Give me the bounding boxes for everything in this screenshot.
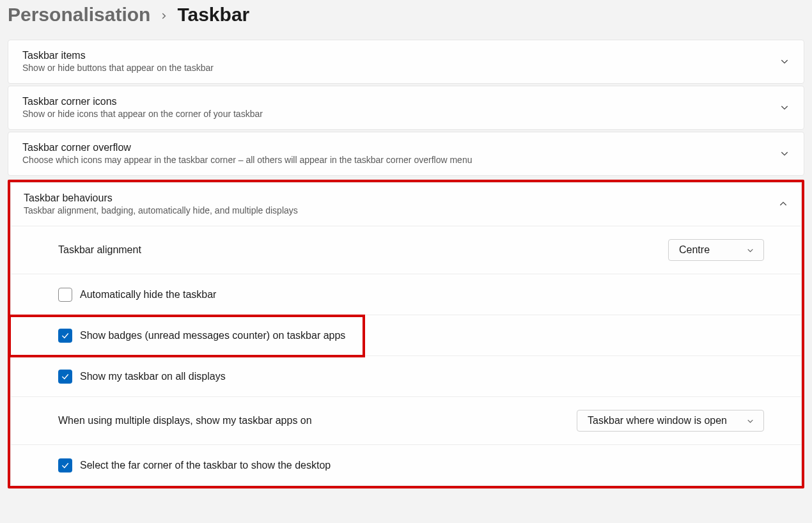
option-label: When using multiple displays, show my ta… — [58, 415, 312, 426]
select-value: Centre — [679, 244, 710, 256]
option-show-badges: Show badges (unread messages counter) on… — [11, 315, 801, 355]
section-title: Taskbar behaviours — [24, 192, 298, 204]
check-icon — [61, 461, 70, 470]
section-taskbar-corner-overflow[interactable]: Taskbar corner overflow Choose which ico… — [8, 132, 804, 176]
option-taskbar-alignment: Taskbar alignment Centre — [11, 226, 801, 274]
option-label: Taskbar alignment — [58, 244, 141, 256]
option-label: Select the far corner of the taskbar to … — [80, 460, 331, 471]
option-auto-hide: Automatically hide the taskbar — [11, 274, 801, 315]
option-label: Show badges (unread messages counter) on… — [80, 330, 345, 341]
section-desc: Choose which icons may appear in the tas… — [22, 155, 472, 165]
check-icon — [61, 331, 70, 340]
chevron-down-icon — [779, 102, 790, 113]
option-label: Show my taskbar on all displays — [80, 371, 226, 382]
chevron-down-icon — [779, 56, 790, 66]
breadcrumb-parent[interactable]: Personalisation — [8, 4, 150, 26]
section-title: Taskbar items — [22, 50, 214, 61]
select-taskbar-alignment[interactable]: Centre — [668, 239, 764, 261]
chevron-up-icon — [778, 199, 788, 209]
highlight-annotation-behaviours: Taskbar behaviours Taskbar alignment, ba… — [8, 180, 804, 488]
option-all-displays: Show my taskbar on all displays — [11, 355, 801, 396]
breadcrumb: Personalisation Taskbar — [0, 0, 812, 40]
section-taskbar-items[interactable]: Taskbar items Show or hide buttons that … — [8, 40, 804, 84]
option-multi-display: When using multiple displays, show my ta… — [11, 396, 801, 444]
checkbox-show-badges[interactable] — [58, 329, 72, 343]
section-title: Taskbar corner icons — [22, 96, 263, 107]
chevron-down-icon — [746, 246, 754, 254]
option-far-corner: Select the far corner of the taskbar to … — [11, 444, 801, 485]
section-taskbar-corner-icons[interactable]: Taskbar corner icons Show or hide icons … — [8, 86, 804, 130]
chevron-down-icon — [746, 417, 754, 425]
section-desc: Show or hide icons that appear on the co… — [22, 109, 263, 119]
check-icon — [61, 372, 70, 381]
page-title: Taskbar — [177, 4, 249, 26]
select-multi-display[interactable]: Taskbar where window is open — [577, 410, 764, 432]
chevron-down-icon — [779, 148, 790, 159]
section-desc: Taskbar alignment, badging, automaticall… — [24, 205, 298, 215]
section-taskbar-behaviours: Taskbar behaviours Taskbar alignment, ba… — [10, 182, 802, 486]
section-title: Taskbar corner overflow — [22, 142, 472, 153]
option-label: Automatically hide the taskbar — [80, 289, 216, 301]
checkbox-far-corner[interactable] — [58, 458, 72, 472]
chevron-right-icon — [159, 9, 168, 24]
select-value: Taskbar where window is open — [588, 415, 727, 426]
section-desc: Show or hide buttons that appear on the … — [22, 63, 214, 73]
checkbox-all-displays[interactable] — [58, 370, 72, 384]
section-header[interactable]: Taskbar behaviours Taskbar alignment, ba… — [11, 183, 801, 226]
checkbox-auto-hide[interactable] — [58, 288, 72, 302]
